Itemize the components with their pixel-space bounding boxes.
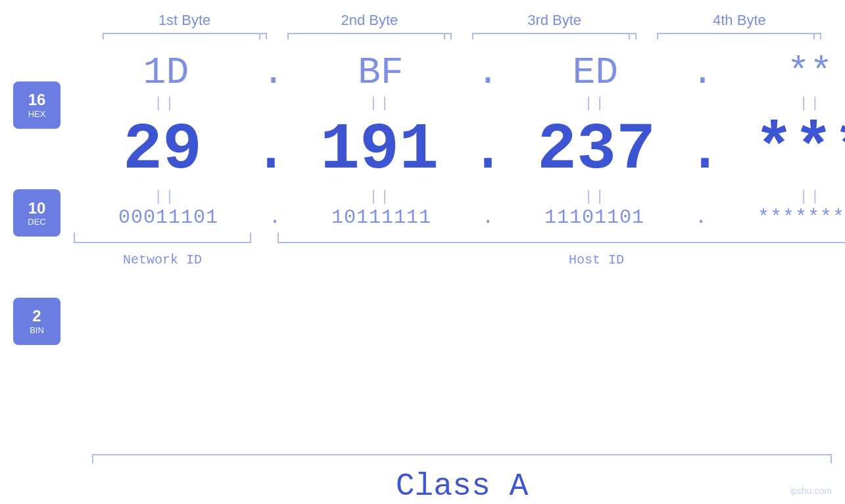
dec-badge-number: 10 — [28, 200, 46, 217]
eq2-b2: || — [291, 189, 469, 205]
dec-b3: 237 — [508, 118, 685, 183]
bin-badge: 2 BIN — [13, 298, 60, 345]
dec-dot2: . — [468, 113, 508, 187]
bin-dot3: . — [695, 206, 707, 229]
dec-dot3: . — [685, 113, 725, 187]
network-id-label: Network ID — [74, 252, 251, 267]
byte-headers-row: 1st Byte 2nd Byte 3rd Byte 4th Byte — [0, 0, 845, 29]
bin-b2: 10111111 — [293, 206, 470, 229]
bin-b3: 11101101 — [506, 206, 683, 229]
class-bracket-left — [92, 454, 93, 463]
class-bracket-row — [92, 454, 832, 465]
class-value: Class A — [92, 465, 832, 504]
content-area: 16 HEX 10 DEC 2 BIN 1D . BF — [0, 51, 845, 454]
hex-dot3: . — [691, 51, 714, 94]
byte2-header: 2nd Byte — [281, 12, 458, 29]
class-bracket-right — [831, 454, 832, 463]
bracket-byte3 — [466, 33, 643, 41]
bin-dot1: . — [269, 206, 281, 229]
hex-dot1: . — [262, 51, 285, 94]
eq1-b2: || — [291, 95, 469, 112]
eq1-b3: || — [507, 95, 685, 112]
class-section: Class A — [0, 454, 845, 504]
hex-dot2: . — [477, 51, 500, 94]
top-brackets-row — [0, 33, 845, 41]
dec-row: 29 . 191 . 237 . *** — [74, 113, 845, 187]
hex-b1: 1D — [77, 51, 254, 94]
dec-b4: *** — [725, 118, 845, 183]
hex-badge-number: 16 — [28, 91, 46, 108]
eq2-b3: || — [507, 189, 685, 205]
hex-b3: ED — [506, 51, 684, 94]
bin-badge-number: 2 — [32, 308, 41, 325]
main-container: 1st Byte 2nd Byte 3rd Byte 4th Byte 16 H… — [0, 0, 845, 504]
bracket-byte2 — [281, 33, 458, 41]
eq1-b1: || — [76, 95, 254, 112]
data-grid: 1D . BF . ED . ** || || — [74, 51, 845, 454]
network-bracket — [74, 233, 251, 243]
watermark: ipshu.com — [790, 486, 832, 496]
bin-row: 00011101 . 10111111 . 11101101 . *******… — [74, 206, 845, 229]
badges-column: 16 HEX 10 DEC 2 BIN — [0, 51, 74, 454]
bracket-byte4 — [650, 33, 828, 41]
hex-badge-label: HEX — [28, 109, 46, 119]
hex-b4: ** — [721, 51, 845, 94]
bin-badge-label: BIN — [30, 325, 44, 335]
dec-dot1: . — [251, 113, 291, 187]
host-id-label: Host ID — [278, 252, 845, 267]
dec-b2: 191 — [291, 118, 468, 183]
eq1-b4: || — [722, 95, 845, 112]
id-labels-container: Network ID Host ID — [74, 252, 845, 276]
bracket-byte1 — [96, 33, 274, 41]
byte3-header: 3rd Byte — [466, 12, 643, 29]
hex-b2: BF — [292, 51, 470, 94]
host-bracket — [278, 233, 845, 243]
bin-b4: ******** — [719, 206, 845, 229]
byte4-header: 4th Byte — [650, 12, 828, 29]
byte1-header: 1st Byte — [96, 12, 274, 29]
hex-badge: 16 HEX — [13, 81, 60, 129]
eq2-b4: || — [722, 189, 845, 205]
equals-row-1: || || || || — [74, 95, 845, 112]
hex-row: 1D . BF . ED . ** — [74, 51, 845, 94]
bin-b1: 00011101 — [80, 206, 257, 229]
dec-badge-label: DEC — [28, 217, 45, 227]
equals-row-2: || || || || — [74, 189, 845, 205]
dec-b1: 29 — [74, 118, 251, 183]
bin-dot2: . — [482, 206, 494, 229]
dec-badge: 10 DEC — [13, 189, 60, 237]
class-bracket-line — [92, 454, 832, 455]
eq2-b1: || — [76, 189, 254, 205]
bottom-brackets-container — [74, 233, 845, 252]
